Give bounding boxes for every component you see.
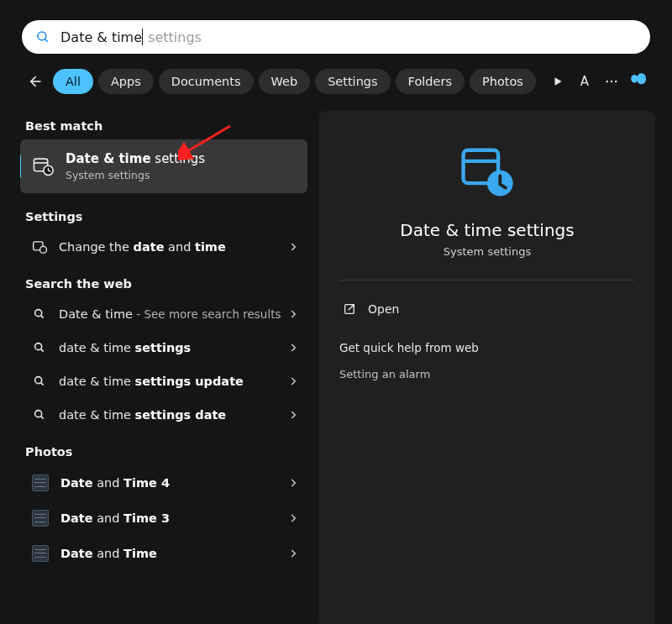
svg-point-15 <box>35 377 42 384</box>
open-button[interactable]: Open <box>339 297 635 321</box>
search-icon <box>35 29 50 45</box>
svg-point-2 <box>606 81 608 82</box>
more-icon[interactable] <box>601 69 623 94</box>
chevron-right-icon <box>287 548 299 559</box>
filter-tab-folders[interactable]: Folders <box>396 69 465 94</box>
search-icon <box>32 307 47 322</box>
detail-title: Date & time settings <box>400 220 574 240</box>
open-label: Open <box>368 302 399 316</box>
best-match-title: Date & time settings <box>66 151 205 166</box>
search-icon <box>32 374 47 389</box>
chevron-right-icon <box>287 342 299 354</box>
filter-tab-photos[interactable]: Photos <box>470 69 536 94</box>
photo-thumb-icon <box>32 475 49 491</box>
result-label: Date and Time 3 <box>60 511 170 525</box>
search-typed-text: Date & time <box>60 29 142 45</box>
open-external-icon <box>343 302 356 316</box>
chevron-right-icon <box>287 241 299 253</box>
quick-help-header: Get quick help from web <box>339 341 635 354</box>
web-result-1[interactable]: date & time settings <box>20 331 307 364</box>
svg-line-1 <box>45 39 48 42</box>
calendar-clock-icon <box>32 239 47 254</box>
result-label: Date & time - See more search results <box>59 307 281 321</box>
best-match-item[interactable]: Date & time settings System settings <box>20 139 307 193</box>
result-label: date & time settings <box>59 341 191 354</box>
help-link-setting-alarm[interactable]: Setting an alarm <box>339 364 635 384</box>
web-result-3[interactable]: date & time settings date <box>20 398 307 432</box>
search-input[interactable]: Date & time settings <box>60 29 202 45</box>
svg-line-16 <box>41 383 44 385</box>
photo-thumb-icon <box>32 510 49 527</box>
filter-tab-apps[interactable]: Apps <box>98 69 154 94</box>
filter-row: All Apps Documents Web Settings Folders … <box>0 54 672 96</box>
chevron-right-icon <box>287 308 299 320</box>
photos-header: Photos <box>20 437 307 465</box>
best-match-subtitle: System settings <box>66 169 205 181</box>
filter-tab-documents[interactable]: Documents <box>159 69 254 94</box>
best-match-header: Best match <box>20 111 307 139</box>
web-result-0[interactable]: Date & time - See more search results <box>20 297 307 331</box>
filter-tab-all[interactable]: All <box>53 69 93 94</box>
copilot-icon[interactable] <box>628 70 650 93</box>
chevron-right-icon <box>287 477 299 489</box>
play-icon[interactable] <box>546 69 569 94</box>
svg-point-4 <box>615 81 617 82</box>
detail-panel: Date & time settings System settings Ope… <box>319 111 655 624</box>
chevron-right-icon <box>287 375 299 387</box>
photos-result-2[interactable]: Date and Time <box>20 536 307 571</box>
photo-thumb-icon <box>32 545 49 562</box>
svg-point-10 <box>40 246 47 253</box>
result-label: Date and Time 4 <box>60 476 170 490</box>
search-icon <box>32 340 47 355</box>
svg-point-3 <box>611 81 612 82</box>
web-header: Search the web <box>20 269 307 297</box>
settings-result-change-date-time[interactable]: Change the date and time <box>20 230 307 264</box>
detail-subtitle: System settings <box>444 245 531 258</box>
results-column: Best match Date & time settings System s… <box>20 111 307 624</box>
divider <box>339 280 635 281</box>
photos-result-1[interactable]: Date and Time 3 <box>20 501 307 536</box>
filter-tab-settings[interactable]: Settings <box>315 69 390 94</box>
svg-point-0 <box>38 32 46 40</box>
svg-point-11 <box>35 310 42 317</box>
calendar-clock-large-icon <box>458 143 517 205</box>
result-label: Change the date and time <box>59 240 226 254</box>
result-label: Date and Time <box>60 547 157 560</box>
photos-result-0[interactable]: Date and Time 4 <box>20 465 307 501</box>
filter-tab-web[interactable]: Web <box>259 69 311 94</box>
svg-point-17 <box>35 411 42 417</box>
svg-line-12 <box>41 316 44 318</box>
calendar-clock-icon <box>32 155 54 177</box>
svg-point-13 <box>35 343 42 350</box>
search-placeholder-suffix: settings <box>144 29 202 45</box>
result-label: date & time settings date <box>59 408 226 422</box>
svg-line-18 <box>41 417 44 419</box>
back-button[interactable] <box>22 67 48 96</box>
settings-header: Settings <box>20 202 307 230</box>
chevron-right-icon <box>287 409 299 421</box>
web-result-2[interactable]: date & time settings update <box>20 364 307 398</box>
chevron-right-icon <box>287 512 299 524</box>
search-bar[interactable]: Date & time settings <box>22 20 650 54</box>
result-label: date & time settings update <box>59 375 244 388</box>
profile-avatar[interactable]: A <box>574 70 595 93</box>
svg-line-14 <box>41 349 44 352</box>
search-icon <box>32 407 47 422</box>
